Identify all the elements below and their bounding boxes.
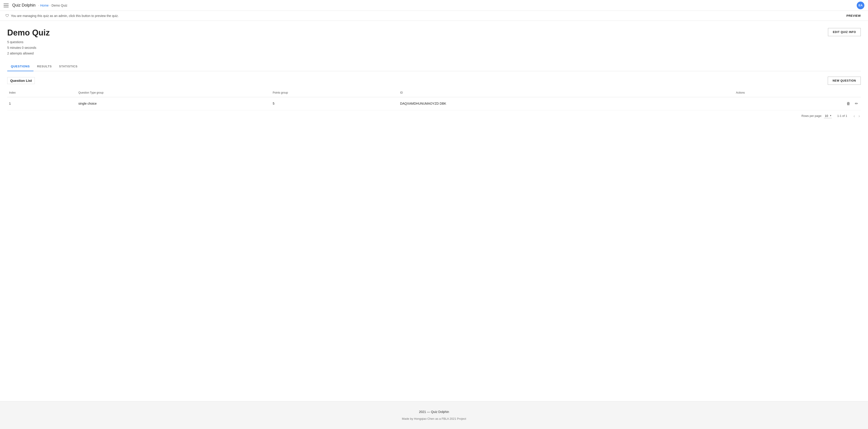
rows-per-page: Rows per page: 10 25 50 [802, 114, 832, 118]
question-list-header: Question List NEW QUESTION [7, 77, 861, 85]
pagination: Rows per page: 10 25 50 1-1 of 1 ‹ › [7, 110, 861, 122]
breadcrumb-separator-1: - [38, 4, 39, 7]
quiz-header: Demo Quiz 5 questions 5 minutes 0 second… [7, 28, 861, 57]
col-points-group: Points group [271, 88, 398, 97]
cell-type-group: single choice [76, 97, 271, 110]
brand-name: Quiz Dolphin [12, 3, 35, 8]
edit-quiz-button[interactable]: EDIT QUIZ INFO [828, 28, 861, 36]
rows-select-wrapper: 10 25 50 [824, 114, 832, 118]
new-question-button[interactable]: NEW QUESTION [828, 77, 861, 85]
tab-statistics[interactable]: STATISTICS [55, 62, 81, 71]
quiz-attempts: 2 attempts allowed [7, 51, 50, 56]
admin-banner-message-area: 🛡 You are managing this quiz as an admin… [5, 14, 119, 18]
breadcrumb-current: Demo Quiz [52, 4, 67, 7]
cell-index: 1 [7, 97, 76, 110]
rows-per-page-select[interactable]: 10 25 50 [824, 114, 832, 118]
col-actions: Actions [734, 88, 861, 97]
edit-icon[interactable]: ✏ [854, 100, 859, 107]
menu-icon[interactable] [4, 4, 9, 7]
tab-questions[interactable]: QUESTIONS [7, 62, 33, 71]
avatar-initials: EA [859, 4, 863, 7]
avatar[interactable]: EA [857, 2, 864, 9]
rows-per-page-label: Rows per page: [802, 114, 822, 118]
quiz-title: Demo Quiz [7, 28, 50, 37]
pagination-prev-button[interactable]: ‹ [852, 113, 856, 119]
quiz-info: Demo Quiz 5 questions 5 minutes 0 second… [7, 28, 50, 57]
breadcrumb-home[interactable]: Home [40, 4, 49, 7]
shield-icon: 🛡 [5, 14, 9, 18]
col-index: Index [7, 88, 76, 97]
table-row: 1 single choice 5 DAQXAMDHUNUMAOYZD DBK … [7, 97, 861, 110]
pagination-next-button[interactable]: › [858, 113, 861, 119]
tabs-bar: QUESTIONS RESULTS STATISTICS [7, 62, 861, 71]
top-navigation: Quiz Dolphin - Home - Demo Quiz EA [0, 0, 868, 11]
pagination-range: 1-1 of 1 [837, 114, 847, 118]
pagination-navigation: ‹ › [852, 113, 861, 119]
table-header-row: Index Question Type group Points group I… [7, 88, 861, 97]
preview-button[interactable]: PREVIEW [845, 13, 863, 18]
quiz-meta: 5 questions 5 minutes 0 seconds 2 attemp… [7, 39, 50, 57]
question-table: Index Question Type group Points group I… [7, 88, 861, 110]
footer: 2021 — Quiz Dolphin Made by Hongqiao Che… [0, 401, 868, 429]
delete-icon[interactable]: 🗑 [846, 101, 851, 107]
tab-results[interactable]: RESULTS [33, 62, 55, 71]
col-id: ID [398, 88, 734, 97]
footer-sub: Made by Hongqiao Chen as a FBLA 2021 Pro… [7, 416, 861, 422]
main-content: Demo Quiz 5 questions 5 minutes 0 second… [0, 21, 868, 401]
cell-points-group: 5 [271, 97, 398, 110]
quiz-questions-count: 5 questions [7, 39, 50, 45]
cell-id: DAQXAMDHUNUMAOYZD DBK [398, 97, 734, 110]
quiz-duration: 5 minutes 0 seconds [7, 45, 50, 51]
cell-actions: 🗑 ✏ [734, 97, 861, 110]
breadcrumb-separator-2: - [50, 4, 51, 7]
admin-banner: 🛡 You are managing this quiz as an admin… [0, 11, 868, 21]
question-list-title: Question List [7, 77, 35, 84]
admin-banner-message: You are managing this quiz as an admin, … [11, 14, 119, 18]
footer-main: 2021 — Quiz Dolphin [7, 409, 861, 415]
col-type-group: Question Type group [76, 88, 271, 97]
